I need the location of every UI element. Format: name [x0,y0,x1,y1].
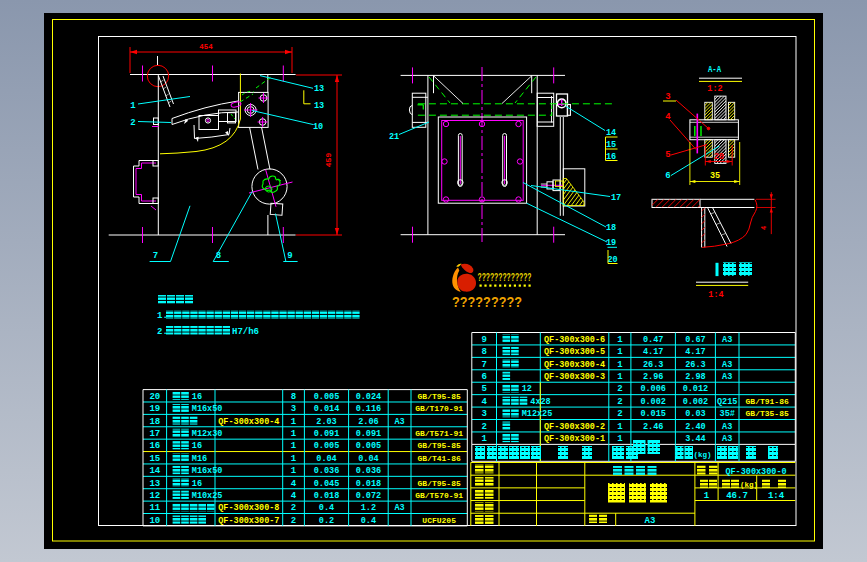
svg-text:6: 6 [481,372,486,382]
svg-text:454: 454 [199,43,213,51]
svg-text:1:4: 1:4 [768,491,785,501]
svg-text:8: 8 [216,251,221,261]
svg-text:QF-300x300-2: QF-300x300-2 [544,422,605,432]
svg-text:A3: A3 [645,516,656,526]
svg-text:26.3: 26.3 [685,360,705,370]
svg-text:9: 9 [287,251,292,261]
svg-text:5: 5 [481,384,486,394]
svg-text:A-A: A-A [708,64,721,75]
svg-text:GB/T95-85: GB/T95-85 [418,479,461,488]
svg-text:7: 7 [481,360,486,370]
svg-text:4: 4 [291,491,297,501]
svg-text:0.4: 0.4 [319,503,334,513]
svg-text:?????????: ????????? [452,294,522,310]
svg-text:2: 2 [291,503,296,513]
svg-text:19: 19 [149,404,160,414]
svg-text:1: 1 [617,434,623,444]
svg-text:26.3: 26.3 [643,360,663,370]
svg-text:0.2: 0.2 [319,516,334,526]
svg-text:QF-300x300-0: QF-300x300-0 [725,467,786,477]
svg-text:QF-300x300-8: QF-300x300-8 [218,503,279,513]
svg-text:QF-300x300-6: QF-300x300-6 [544,335,605,345]
svg-text:0.045: 0.045 [314,479,340,489]
svg-text:0.024: 0.024 [356,392,382,402]
svg-text:A3: A3 [722,360,732,370]
svg-text:459: 459 [324,153,333,168]
svg-text:15: 15 [149,454,160,464]
svg-text:1: 1 [130,101,136,111]
svg-text:16: 16 [192,479,202,489]
svg-text:0.67: 0.67 [685,335,705,345]
svg-text:2: 2 [617,397,622,407]
svg-text:0.47: 0.47 [643,335,663,345]
svg-text:1: 1 [617,335,623,345]
svg-text:46.7: 46.7 [726,491,748,501]
svg-text:0.4: 0.4 [361,516,376,526]
svg-text:13: 13 [314,101,324,111]
svg-text:2: 2 [291,516,296,526]
svg-text:QF-300x300-1: QF-300x300-1 [544,434,605,444]
svg-text:11: 11 [149,503,160,513]
svg-text:QF-300x300-4: QF-300x300-4 [544,360,605,370]
svg-text:1: 1 [291,441,297,451]
svg-text:1: 1 [617,422,623,432]
svg-text:0.116: 0.116 [356,404,382,414]
svg-text:1: 1 [291,417,297,427]
svg-text:H7/h6: H7/h6 [232,327,259,337]
svg-text:?????????????: ????????????? [478,271,532,283]
svg-text:M12x30: M12x30 [192,429,223,439]
svg-text:0.015: 0.015 [640,409,666,419]
svg-text:17: 17 [149,429,160,439]
svg-text:12: 12 [522,384,532,394]
svg-text:GB/T571-91: GB/T571-91 [415,429,463,438]
svg-text:A3: A3 [722,372,732,382]
svg-text:GB/T170-91: GB/T170-91 [415,404,463,413]
svg-text:2.03: 2.03 [316,417,336,427]
svg-text:0.005: 0.005 [314,441,340,451]
svg-text:1: 1 [617,347,623,357]
svg-text:0.03: 0.03 [685,409,705,419]
svg-text:17: 17 [611,193,621,203]
svg-text:QF-300x300-7: QF-300x300-7 [218,516,279,526]
svg-text:9: 9 [481,335,486,345]
svg-text:8: 8 [481,347,486,357]
svg-text:16: 16 [192,392,202,402]
svg-text:7: 7 [153,251,158,261]
svg-text:1: 1 [291,466,297,476]
svg-text:0.018: 0.018 [314,491,340,501]
svg-text:GB/T35-85: GB/T35-85 [746,409,789,418]
svg-text:Q215: Q215 [717,397,737,407]
svg-text:35: 35 [710,171,720,181]
svg-text:16: 16 [192,441,202,451]
svg-text:1: 1 [617,360,623,370]
svg-text:3: 3 [291,404,296,414]
svg-text:3: 3 [481,409,486,419]
svg-text:0.091: 0.091 [314,429,340,439]
svg-text:M16: M16 [192,454,207,464]
svg-text:0.04: 0.04 [316,454,336,464]
svg-text:2.46: 2.46 [643,422,663,432]
svg-text:0.002: 0.002 [640,397,666,407]
svg-text:20: 20 [149,392,160,402]
svg-text:0.005: 0.005 [356,441,382,451]
svg-text:1: 1 [704,491,710,501]
svg-text:A3: A3 [722,434,732,444]
svg-text:2: 2 [617,384,622,394]
svg-text:0.014: 0.014 [314,404,340,414]
svg-text:GB/T91-86: GB/T91-86 [746,397,789,406]
svg-text:2: 2 [481,422,486,432]
svg-text:12: 12 [149,491,160,501]
svg-text:GB/T41-86: GB/T41-86 [418,454,461,463]
svg-text:16: 16 [149,441,160,451]
svg-text:1: 1 [291,429,297,439]
svg-text:0.04: 0.04 [358,454,378,464]
svg-text:3.44: 3.44 [685,434,705,444]
svg-text:4x28: 4x28 [530,397,550,407]
svg-text:2: 2 [130,118,135,128]
svg-text:14: 14 [606,128,616,138]
svg-text:0.036: 0.036 [314,466,340,476]
svg-text:1: 1 [481,434,487,444]
svg-text:2.06: 2.06 [358,417,378,427]
svg-text:M12x25: M12x25 [522,409,553,419]
svg-text:0.091: 0.091 [356,429,382,439]
